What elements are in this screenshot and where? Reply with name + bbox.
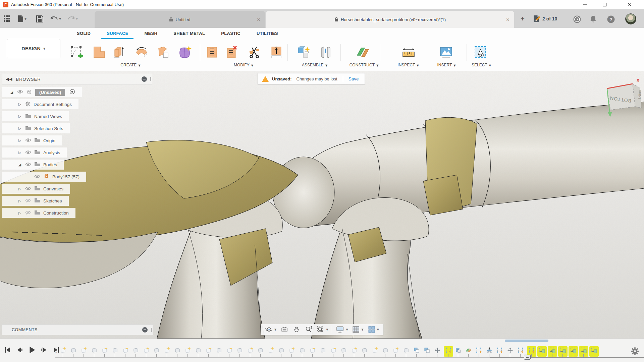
timeline-feature-body-star-icon[interactable] <box>350 346 358 357</box>
ribbon-tab-utilities[interactable]: UTILITIES <box>249 29 286 37</box>
joint-button[interactable] <box>318 45 333 60</box>
group-label-modify[interactable]: MODIFY ▼ <box>234 63 253 67</box>
comments-panel-bar[interactable]: COMMENTS <box>2 324 153 335</box>
expand-arrow-icon[interactable]: ▷ <box>17 211 22 215</box>
collapse-arrow-icon[interactable]: ◢ <box>17 163 22 167</box>
timeline-feature-body-icon[interactable] <box>215 346 223 357</box>
timeline-feature-paste-icon[interactable] <box>548 346 557 357</box>
redo-button[interactable]: ▼ <box>67 14 78 23</box>
timeline-feature-paste-icon[interactable] <box>558 346 568 357</box>
3d-viewport[interactable]: Unsaved: Changes may be lost Save ◀◀ BRO… <box>0 71 644 339</box>
file-menu-button[interactable]: ▼ <box>17 14 26 23</box>
timeline-feature-surface-patch-icon[interactable] <box>423 346 431 357</box>
timeline-feature-body-icon[interactable] <box>277 346 285 357</box>
timeline-track[interactable] <box>55 357 558 358</box>
timeline-feature-offset-plane-icon[interactable] <box>465 346 473 357</box>
undo-button[interactable]: ▼ <box>50 14 61 23</box>
browser-item-body157-57-[interactable]: Body157 (57) <box>2 172 86 182</box>
pan-tool[interactable] <box>291 325 302 334</box>
visibility-eye-off-icon[interactable] <box>25 198 31 203</box>
visibility-eye-icon[interactable] <box>17 90 23 95</box>
visibility-eye-icon[interactable] <box>34 174 40 179</box>
group-label-inspect[interactable]: INSPECT ▼ <box>397 63 419 67</box>
browser-item-named-views[interactable]: ▷Named Views <box>2 111 69 121</box>
tab-untitled-close-icon[interactable]: × <box>257 17 260 22</box>
expand-arrow-icon[interactable]: ▷ <box>17 150 22 155</box>
insert-canvas-button[interactable] <box>439 45 453 60</box>
visibility-eye-off-icon[interactable] <box>25 210 31 216</box>
browser-item--unsaved-[interactable]: ◢(Unsaved) <box>2 87 82 97</box>
timeline-feature-move-icon[interactable] <box>433 346 441 357</box>
extend-button[interactable] <box>269 45 284 60</box>
activate-component-radio[interactable] <box>69 89 75 96</box>
browser-item-sketches[interactable]: ▷Sketches <box>2 196 69 206</box>
browser-item-analysis[interactable]: ▷Analysis <box>2 147 67 158</box>
timeline-feature-body-icon[interactable] <box>132 346 140 357</box>
measure-button[interactable] <box>401 45 416 60</box>
timeline-feature-move-icon[interactable] <box>506 346 514 357</box>
timeline-feature-body-star-icon[interactable] <box>288 346 296 357</box>
browser-resize-handle[interactable] <box>150 77 151 81</box>
ribbon-tab-surface[interactable]: SURFACE <box>99 29 136 37</box>
viewports-tool[interactable]: ▼ <box>366 325 380 334</box>
timeline-feature-sketch-icon[interactable] <box>496 346 504 357</box>
timeline-feature-body-icon[interactable] <box>257 346 265 357</box>
view-cube[interactable]: X BOTTOM RIGHT <box>600 77 644 118</box>
timeline-feature-body-star-icon[interactable] <box>80 346 88 357</box>
timeline-feature-body-icon[interactable] <box>340 346 348 357</box>
ribbon-tab-sheet-metal[interactable]: SHEET METAL <box>165 29 213 37</box>
timeline-feature-body-icon[interactable] <box>236 346 244 357</box>
timeline-feature-body-star-icon[interactable] <box>142 346 150 357</box>
group-label-create[interactable]: CREATE ▼ <box>120 63 140 67</box>
timeline-feature-body-star-icon[interactable] <box>309 346 317 357</box>
look-at-tool[interactable] <box>279 325 290 334</box>
tab-untitled[interactable]: Untitled × <box>95 11 265 28</box>
timeline-feature-body-star-icon[interactable] <box>371 346 379 357</box>
app-grid-icon[interactable] <box>3 14 11 23</box>
timeline-feature-body-star-icon[interactable] <box>225 346 233 357</box>
browser-panel-header[interactable]: ◀◀ BROWSER <box>2 74 152 84</box>
play-button[interactable] <box>28 346 36 354</box>
timeline-feature-body-star-icon[interactable] <box>59 346 67 357</box>
timeline-feature-sketch-icon[interactable] <box>475 346 483 357</box>
timeline-feature-sketch-icon[interactable] <box>517 346 525 357</box>
timeline-feature-body-star-icon[interactable] <box>184 346 192 357</box>
group-label-select[interactable]: SELECT ▼ <box>472 63 491 67</box>
patch-button[interactable] <box>92 45 107 60</box>
timeline-feature-body-star-icon[interactable] <box>267 346 275 357</box>
visibility-eye-icon[interactable] <box>25 138 31 143</box>
display-settings-tool[interactable]: ▼ <box>334 325 349 334</box>
expand-arrow-icon[interactable]: ▷ <box>17 199 22 203</box>
trim-button[interactable] <box>247 45 262 60</box>
step-back-button[interactable] <box>15 346 24 354</box>
close-button[interactable] <box>620 0 639 9</box>
comments-resize-handle[interactable] <box>151 328 152 332</box>
browser-item-construction[interactable]: ▷Construction <box>2 208 75 218</box>
maximize-button[interactable] <box>595 0 614 9</box>
expand-arrow-icon[interactable]: ▷ <box>17 114 22 119</box>
workspace-design-dropdown[interactable]: DESIGN▼ <box>7 39 60 58</box>
visibility-eye-icon[interactable] <box>25 162 31 167</box>
timeline-feature-body-icon[interactable] <box>319 346 327 357</box>
browser-item-origin[interactable]: ▷Origin <box>2 135 62 145</box>
group-label-construct[interactable]: CONSTRUCT ▼ <box>350 63 379 67</box>
timeline-playhead[interactable] <box>524 355 531 360</box>
expand-arrow-icon[interactable]: ▷ <box>17 102 22 107</box>
browser-item-document-settings[interactable]: ▷Document Settings <box>2 99 78 109</box>
orbit-tool[interactable]: ▼ <box>264 325 278 334</box>
timeline-feature-corner-icon[interactable] <box>454 346 462 357</box>
timeline-feature-body-star-icon[interactable] <box>121 346 129 357</box>
ribbon-tab-plastic[interactable]: PLASTIC <box>213 29 249 37</box>
timeline-feature-paste-icon[interactable] <box>569 346 578 357</box>
timeline-feature-paste-icon[interactable] <box>579 346 588 357</box>
zoom-tool[interactable] <box>303 325 314 334</box>
timeline-feature-surface-patch-icon[interactable] <box>413 346 421 357</box>
timeline-horizontal-scrollbar[interactable] <box>505 340 548 342</box>
timeline-feature-paste-icon[interactable] <box>589 346 599 357</box>
collapse-arrow-icon[interactable]: ◢ <box>9 90 14 95</box>
browser-close-icon[interactable] <box>142 76 147 82</box>
job-status-clock-icon[interactable] <box>573 15 581 23</box>
browser-item-bodies[interactable]: ◢Bodies <box>2 160 64 170</box>
timeline-feature-body-icon[interactable] <box>90 346 98 357</box>
timeline-feature-body-star-icon[interactable] <box>392 346 400 357</box>
